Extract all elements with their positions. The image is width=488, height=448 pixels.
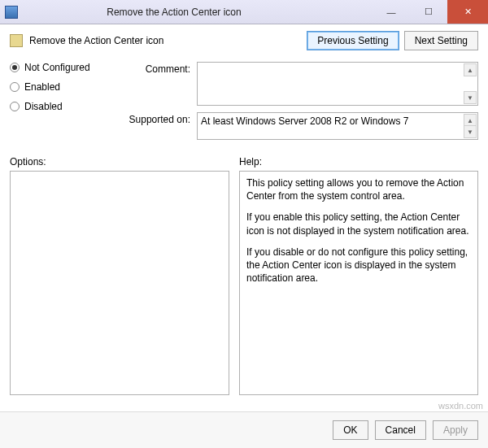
scroll-up-icon[interactable]: ▲ — [464, 63, 477, 76]
form-column: Comment: ▲ ▼ Supported on: At least Wind… — [125, 62, 478, 146]
config-row: Not Configured Enabled Disabled Comment:… — [10, 62, 478, 146]
policy-icon — [10, 34, 23, 47]
window-controls: — ☐ ✕ — [373, 0, 488, 24]
help-paragraph: If you enable this policy setting, the A… — [246, 211, 471, 237]
help-paragraph: This policy setting allows you to remove… — [246, 176, 471, 202]
radio-label: Enabled — [24, 81, 60, 93]
comment-group: Comment: ▲ ▼ — [125, 62, 478, 106]
policy-heading: Remove the Action Center icon — [10, 34, 163, 47]
radio-label: Not Configured — [24, 62, 90, 73]
close-button[interactable]: ✕ — [447, 0, 488, 24]
radio-dot-icon — [10, 102, 20, 111]
supported-label: Supported on: — [125, 112, 197, 140]
nav-buttons: Previous Setting Next Setting — [307, 31, 478, 50]
radio-not-configured[interactable]: Not Configured — [10, 62, 107, 73]
help-paragraph: If you disable or do not configure this … — [246, 246, 471, 285]
cancel-button[interactable]: Cancel — [375, 420, 426, 440]
panels-row: Options: Help: This policy setting allow… — [10, 156, 478, 395]
options-box[interactable] — [10, 171, 229, 395]
options-panel: Options: — [10, 156, 229, 395]
footer: OK Cancel Apply — [0, 411, 488, 448]
content-area: Remove the Action Center icon Previous S… — [0, 24, 488, 395]
header-row: Remove the Action Center icon Previous S… — [10, 31, 478, 50]
help-box[interactable]: This policy setting allows you to remove… — [239, 171, 478, 395]
previous-setting-button[interactable]: Previous Setting — [307, 31, 399, 50]
help-label: Help: — [239, 156, 478, 167]
watermark: wsxdn.com — [438, 401, 483, 411]
scroll-down-icon[interactable]: ▼ — [464, 125, 477, 138]
help-panel: Help: This policy setting allows you to … — [239, 156, 478, 395]
apply-button[interactable]: Apply — [433, 420, 478, 440]
radio-label: Disabled — [24, 101, 63, 112]
radio-enabled[interactable]: Enabled — [10, 81, 107, 93]
policy-name: Remove the Action Center icon — [29, 35, 163, 46]
comment-textarea[interactable]: ▲ ▼ — [197, 62, 478, 106]
maximize-button[interactable]: ☐ — [410, 0, 447, 24]
supported-value: At least Windows Server 2008 R2 or Windo… — [201, 115, 408, 127]
comment-label: Comment: — [125, 62, 197, 106]
options-label: Options: — [10, 156, 229, 167]
radio-group: Not Configured Enabled Disabled — [10, 62, 107, 146]
next-setting-button[interactable]: Next Setting — [404, 31, 478, 50]
scroll-down-icon[interactable]: ▼ — [464, 91, 477, 104]
minimize-button[interactable]: — — [373, 0, 410, 24]
window-title: Remove the Action Center icon — [24, 7, 373, 18]
radio-disabled[interactable]: Disabled — [10, 101, 107, 112]
titlebar: Remove the Action Center icon — ☐ ✕ — [0, 0, 488, 24]
radio-dot-icon — [10, 63, 20, 72]
supported-textarea: At least Windows Server 2008 R2 or Windo… — [197, 112, 478, 140]
radio-dot-icon — [10, 82, 20, 92]
app-icon — [5, 6, 18, 19]
ok-button[interactable]: OK — [333, 420, 368, 440]
supported-group: Supported on: At least Windows Server 20… — [125, 112, 478, 140]
